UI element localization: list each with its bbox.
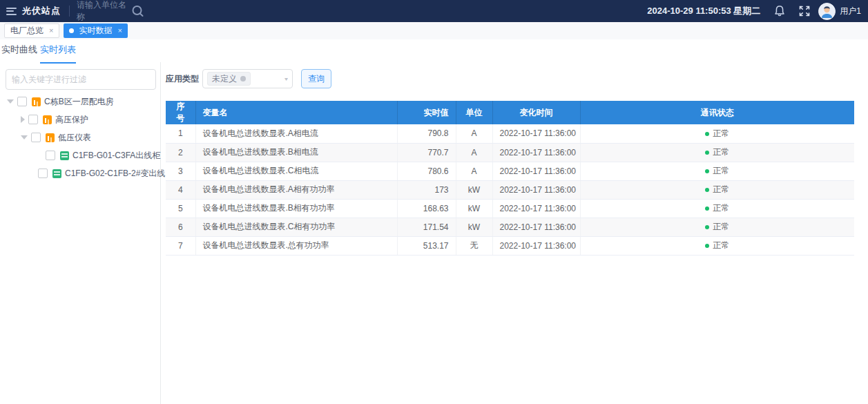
tree-checkbox[interactable] [31,133,41,142]
table-cell: 513.17 [397,236,456,255]
tree-node-label: C1FB-G01-C3FA出线柜 [73,150,160,162]
tree-checkbox[interactable] [17,97,27,106]
notification-bell-icon[interactable] [774,5,785,17]
unit-search-input[interactable]: 请输入单位名称 [77,0,126,23]
tree-checkbox[interactable] [38,169,48,178]
tab-realtime-curve[interactable]: 实时曲线 [1,44,37,62]
tree-node-2[interactable]: 低压仪表 [0,128,161,146]
fullscreen-icon[interactable] [799,6,810,17]
menu-toggle-icon[interactable] [6,8,17,15]
active-dot-icon [69,28,74,33]
column-header: 通讯状态 [580,101,854,124]
table-row: 2设备机电总进线数显表.B相电流770.7A2022-10-17 11:36:0… [166,143,854,162]
table-cell: 5 [166,199,195,218]
table-cell: kW [456,199,492,218]
tag-remove-icon[interactable] [240,76,246,81]
divider [69,6,70,17]
selected-tag-label: 未定义 [212,73,237,85]
tags-nav: 电厂总览 × 实时数据 × [0,22,868,39]
tab-label: 实时数据 [79,25,112,37]
content-area: C栋B区一层配电房高压保护低压仪表C1FB-G01-C3FA出线柜C1FB-G0… [0,62,868,404]
table-cell: 3 [166,162,195,180]
tab-realtime-data[interactable]: 实时数据 × [64,23,127,38]
table-cell: 设备机电总进线数显表.B相有功功率 [195,199,397,218]
top-navbar: 光伏站点 请输入单位名称 2024-10-29 11:50:53 星期二 [0,0,868,22]
table-cell: 171.54 [397,218,456,236]
tree-node-4[interactable]: C1FB-G02-C1FB-2#变出线 [0,164,161,182]
table-cell: kW [456,218,492,236]
search-icon[interactable] [131,4,145,19]
table-cell: 2022-10-17 11:36:00 [492,236,580,255]
comm-status-cell: 正常 [580,218,854,236]
table-cell: 2022-10-17 11:36:00 [492,143,580,162]
app-type-select[interactable]: 未定义 ▾ [202,69,293,88]
table-cell: 无 [456,236,492,255]
table-cell: A [456,124,492,143]
tree-caret-icon[interactable] [21,116,25,123]
table-row: 4设备机电总进线数显表.A相有功功率173kW2022-10-17 11:36:… [166,180,854,199]
table-row: 7设备机电总进线数显表.总有功功率513.17无2022-10-17 11:36… [166,236,854,255]
folder-icon [46,133,55,142]
query-button[interactable]: 查询 [301,69,331,88]
table-cell: 2022-10-17 11:36:00 [492,162,580,180]
tree-caret-icon[interactable] [21,135,28,140]
tree-node-0[interactable]: C栋B区一层配电房 [0,93,161,110]
tree-node-label: C1FB-G02-C1FB-2#变出线 [65,168,165,180]
device-icon [60,151,69,160]
table-cell: 4 [166,180,195,199]
comm-status-cell: 正常 [580,143,854,162]
table-cell: 2022-10-17 11:36:00 [492,124,580,143]
tab-realtime-list[interactable]: 实时列表 [40,44,76,64]
app-type-label: 应用类型 [166,73,199,85]
table-row: 3设备机电总进线数显表.C相电流780.6A2022-10-17 11:36:0… [166,162,854,180]
table-row: 1设备机电总进线数显表.A相电流790.8A2022-10-17 11:36:0… [166,124,854,143]
table-cell: 6 [166,218,195,236]
close-icon[interactable]: × [49,27,53,35]
table-cell: A [456,143,492,162]
table-cell: 设备机电总进线数显表.总有功功率 [195,236,397,255]
tree-node-1[interactable]: 高压保护 [0,110,161,128]
folder-icon [43,115,52,124]
table-cell: 设备机电总进线数显表.A相有功功率 [195,180,397,199]
table-cell: 2 [166,143,195,162]
column-header: 单位 [456,101,492,124]
tree-checkbox[interactable] [28,115,38,124]
table-cell: 设备机电总进线数显表.B相电流 [195,143,397,162]
table-cell: 设备机电总进线数显表.A相电流 [195,124,397,143]
table-row: 6设备机电总进线数显表.C相有功功率171.54kW2022-10-17 11:… [166,218,854,236]
chevron-down-icon: ▾ [284,76,288,82]
table-cell: 2022-10-17 11:36:00 [492,180,580,199]
tree-caret-icon[interactable] [7,99,14,104]
user-avatar[interactable] [818,3,836,20]
status-dot-icon [705,188,709,192]
comm-status-cell: 正常 [580,162,854,180]
status-dot-icon [705,244,709,248]
comm-status-cell: 正常 [580,199,854,218]
tree-checkbox[interactable] [46,151,55,160]
tab-plant-overview[interactable]: 电厂总览 × [4,23,59,38]
column-header: 变量名 [195,101,397,124]
device-icon [52,169,61,178]
device-tree: C栋B区一层配电房高压保护低压仪表C1FB-G01-C3FA出线柜C1FB-G0… [0,93,161,182]
table-cell: 设备机电总进线数显表.C相有功功率 [195,218,397,236]
table-cell: 2022-10-17 11:36:00 [492,199,580,218]
status-dot-icon [705,225,709,229]
tree-node-3[interactable]: C1FB-G01-C3FA出线柜 [0,146,161,164]
device-tree-panel: C栋B区一层配电房高压保护低压仪表C1FB-G01-C3FA出线柜C1FB-G0… [0,62,161,404]
table-cell: kW [456,180,492,199]
table-cell: 173 [397,180,456,199]
table-cell: 780.6 [397,162,456,180]
status-dot-icon [705,206,709,211]
column-header: 变化时间 [492,101,580,124]
table-cell: 1 [166,124,195,143]
tree-filter-input[interactable] [6,69,156,90]
status-dot-icon [705,169,709,173]
sub-tabs: 实时曲线 实时列表 [0,39,868,62]
realtime-table: 序号变量名实时值单位变化时间通讯状态 1设备机电总进线数显表.A相电流790.8… [166,101,854,256]
close-icon[interactable]: × [117,27,122,35]
folder-icon [32,97,41,106]
username-text[interactable]: 用户1 [840,6,861,17]
column-header: 序号 [166,101,195,124]
tree-node-label: 高压保护 [55,114,88,126]
tree-node-label: C栋B区一层配电房 [44,96,114,108]
